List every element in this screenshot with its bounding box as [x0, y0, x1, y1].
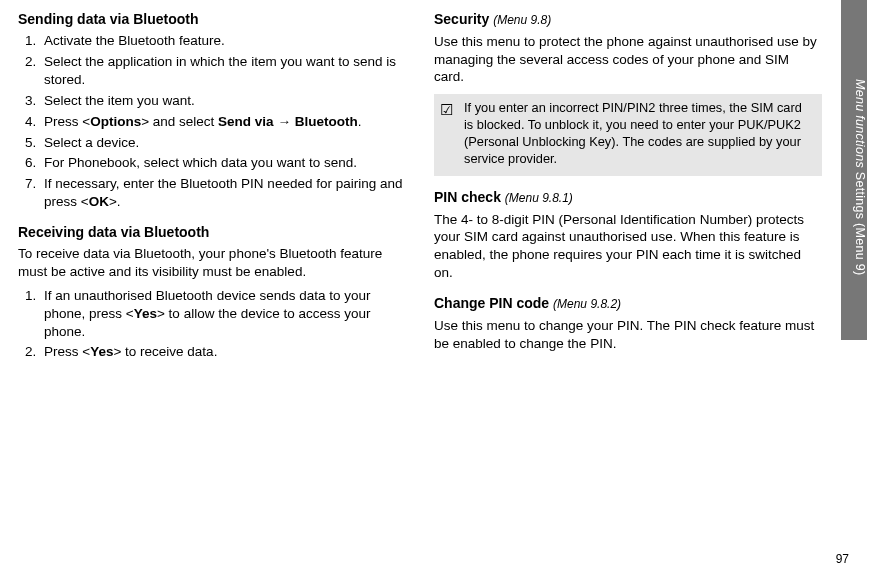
heading-security: Security (Menu 9.8) — [434, 10, 822, 29]
receiving-steps: If an unauthorised Bluetooth device send… — [18, 287, 406, 361]
list-item: Activate the Bluetooth feature. — [40, 32, 406, 50]
paragraph: Use this menu to protect the phone again… — [434, 33, 822, 86]
side-tab: Menu functions Settings (Menu 9) — [841, 0, 867, 340]
heading-text: PIN check — [434, 189, 501, 205]
page: Sending data via Bluetooth Activate the … — [0, 0, 871, 584]
heading-change-pin: Change PIN code (Menu 9.8.2) — [434, 294, 822, 313]
menu-ref: (Menu 9.8.2) — [553, 297, 621, 311]
sending-steps: Activate the Bluetooth feature. Select t… — [18, 32, 406, 210]
page-number: 97 — [836, 552, 849, 566]
list-item: Select the application in which the item… — [40, 53, 406, 89]
note-box: ☑ If you enter an incorrect PIN/PIN2 thr… — [434, 94, 822, 176]
list-item: Press <Yes> to receive data. — [40, 343, 406, 361]
paragraph: The 4- to 8-digit PIN (Personal Identifi… — [434, 211, 822, 282]
list-item: Select the item you want. — [40, 92, 406, 110]
heading-text: Security — [434, 11, 489, 27]
right-column: Security (Menu 9.8) Use this menu to pro… — [434, 8, 822, 365]
list-item: If necessary, enter the Bluetooth PIN ne… — [40, 175, 406, 211]
side-tab-italic: Menu functions — [853, 79, 867, 168]
side-tab-rest: Settings (Menu 9) — [853, 168, 867, 276]
note-body: If you enter an incorrect PIN/PIN2 three… — [464, 100, 814, 168]
heading-sending: Sending data via Bluetooth — [18, 10, 406, 28]
heading-text: Change PIN code — [434, 295, 549, 311]
menu-ref: (Menu 9.8) — [493, 13, 551, 27]
list-item: Press <Options> and select Send via → Bl… — [40, 113, 406, 131]
paragraph: To receive data via Bluetooth, your phon… — [18, 245, 406, 281]
check-icon: ☑ — [440, 102, 458, 168]
columns: Sending data via Bluetooth Activate the … — [0, 0, 871, 365]
heading-receiving: Receiving data via Bluetooth — [18, 223, 406, 241]
left-column: Sending data via Bluetooth Activate the … — [18, 8, 406, 365]
menu-ref: (Menu 9.8.1) — [505, 191, 573, 205]
list-item: If an unauthorised Bluetooth device send… — [40, 287, 406, 340]
heading-pin-check: PIN check (Menu 9.8.1) — [434, 188, 822, 207]
list-item: Select a device. — [40, 134, 406, 152]
paragraph: Use this menu to change your PIN. The PI… — [434, 317, 822, 353]
list-item: For Phonebook, select which data you wan… — [40, 154, 406, 172]
